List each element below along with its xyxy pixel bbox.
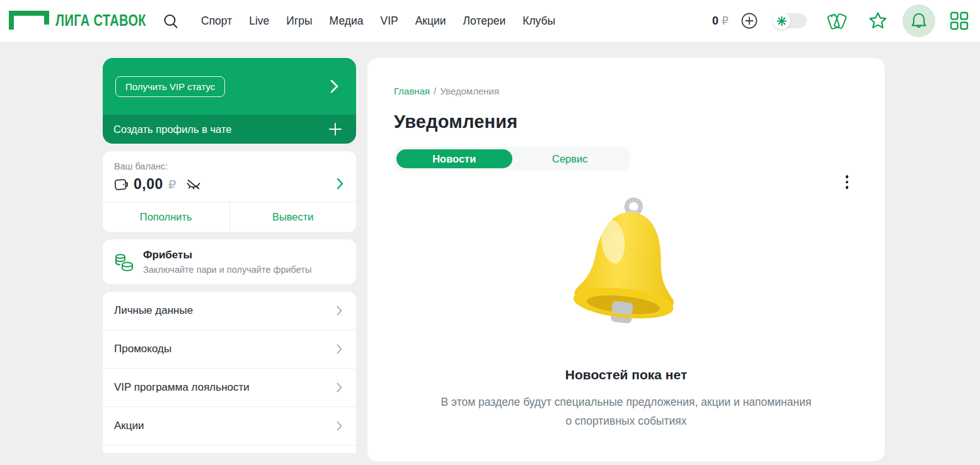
coupons-icon	[826, 10, 848, 32]
coupons-button[interactable]	[824, 0, 850, 42]
vip-promo-top: Получить VIP статус	[103, 58, 356, 115]
kebab-dot	[846, 186, 849, 189]
breadcrumb: Главная / Уведомления	[394, 86, 885, 96]
vip-promo-card[interactable]: Получить VIP статус Создать профиль в ча…	[103, 58, 356, 144]
chevron-right-icon	[330, 79, 338, 93]
menu-item-promotions[interactable]: Акции	[103, 407, 356, 445]
create-chat-profile-row[interactable]: Создать профиль в чате	[103, 115, 356, 144]
get-vip-status-button[interactable]: Получить VIP статус	[115, 76, 225, 97]
page-title: Уведомления	[394, 112, 885, 132]
nav-live[interactable]: Live	[249, 14, 269, 28]
nav-lotteries[interactable]: Лотереи	[463, 14, 506, 28]
search-button[interactable]	[160, 11, 182, 32]
menu-item-vip-loyalty[interactable]: VIP программа лояльности	[103, 369, 356, 407]
balance-actions: Пополнить Вывести	[103, 202, 356, 232]
favorites-star-icon	[868, 11, 888, 31]
theme-toggle-knob	[773, 12, 790, 30]
breadcrumb-home-link[interactable]: Главная	[394, 86, 430, 96]
empty-state-title: Новостей пока нет	[565, 367, 687, 382]
plus-icon	[328, 122, 342, 136]
freebets-title: Фрибеты	[143, 249, 311, 261]
balance-amount: 0,00	[134, 176, 163, 193]
site-logo[interactable]: Лига Ставок	[9, 11, 169, 30]
balance-card: Ваш баланс: 0,00 ₽ Пополнить Вывести	[103, 151, 356, 232]
chevron-right-icon	[337, 421, 342, 431]
empty-desc-line1: В этом разделе будут специальные предлож…	[441, 396, 812, 408]
plus-circle-icon	[741, 13, 758, 29]
header-balance[interactable]: 0 ₽	[712, 0, 729, 42]
withdraw-button[interactable]: Вывести	[230, 202, 357, 232]
freebets-card[interactable]: Фрибеты Заключайте пари и получайте фриб…	[103, 239, 356, 284]
empty-desc-line2: о спортивных событиях	[565, 415, 686, 427]
nav-clubs[interactable]: Клубы	[522, 14, 555, 28]
sun-icon	[777, 16, 787, 26]
empty-state: Новостей пока нет В этом разделе будут с…	[367, 195, 885, 430]
header-balance-currency: ₽	[722, 14, 729, 28]
menu-item-promocodes[interactable]: Промокоды	[103, 330, 356, 369]
kebab-dot	[846, 175, 849, 178]
theme-toggle[interactable]	[774, 13, 807, 28]
apps-grid-icon	[950, 11, 969, 30]
empty-state-description: В этом разделе будут специальные предлож…	[441, 393, 812, 430]
notifications-panel: Главная / Уведомления Уведомления Новост…	[367, 58, 885, 461]
balance-summary[interactable]: Ваш баланс: 0,00 ₽	[103, 151, 356, 202]
chevron-right-icon	[337, 306, 342, 316]
logo-text: Лига Ставок	[55, 11, 146, 30]
breadcrumb-current: Уведомления	[440, 86, 499, 96]
balance-label: Ваш баланс:	[114, 161, 345, 171]
menu-item-personal-data[interactable]: Личные данные	[103, 292, 356, 330]
nav-media[interactable]: Медиа	[330, 14, 364, 28]
tab-news[interactable]: Новости	[396, 149, 512, 168]
notifications-bell-icon	[911, 12, 927, 30]
header-balance-amount: 0	[712, 14, 718, 28]
apps-menu-button[interactable]	[948, 0, 971, 42]
account-menu: Личные данные Промокоды VIP программа ло…	[103, 292, 356, 453]
freebets-coins-icon	[114, 251, 134, 273]
hide-balance-icon[interactable]	[185, 178, 202, 192]
kebab-menu-button[interactable]	[841, 173, 853, 192]
search-icon	[163, 13, 179, 30]
notifications-active-circle	[902, 4, 935, 37]
freebets-subtitle: Заключайте пари и получайте фрибеты	[143, 265, 311, 275]
favorites-button[interactable]	[865, 0, 891, 42]
chevron-right-icon	[337, 178, 343, 190]
create-chat-profile-label: Создать профиль в чате	[113, 123, 232, 135]
notifications-tabs: Новости Сервис	[394, 147, 630, 171]
bell-illustration	[560, 195, 693, 332]
notifications-button[interactable]	[902, 0, 935, 42]
top-header: Лига Ставок Спорт Live Игры Медиа VIP Ак…	[0, 0, 980, 42]
nav-sport[interactable]: Спорт	[201, 14, 232, 28]
main-nav: Спорт Live Игры Медиа VIP Акции Лотереи …	[201, 0, 555, 42]
menu-item-partial[interactable]	[103, 445, 356, 453]
nav-games[interactable]: Игры	[286, 14, 312, 28]
add-funds-button[interactable]	[741, 13, 758, 29]
nav-vip[interactable]: VIP	[380, 14, 398, 28]
tab-service[interactable]: Сервис	[512, 149, 628, 168]
account-sidebar: Получить VIP статус Создать профиль в ча…	[103, 58, 356, 453]
nav-promotions[interactable]: Акции	[415, 14, 446, 28]
kebab-dot	[846, 181, 849, 184]
goal-logo-icon	[9, 11, 49, 30]
chevron-right-icon	[337, 344, 342, 354]
balance-currency: ₽	[168, 177, 176, 192]
chevron-right-icon	[337, 382, 342, 393]
wallet-icon	[114, 178, 129, 192]
breadcrumb-separator: /	[434, 86, 436, 96]
deposit-button[interactable]: Пополнить	[103, 202, 230, 232]
